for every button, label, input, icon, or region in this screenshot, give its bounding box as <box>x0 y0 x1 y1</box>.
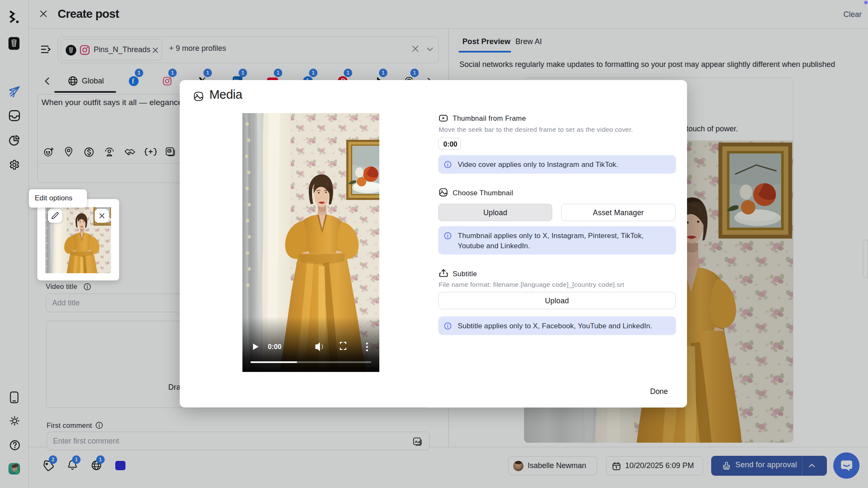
svg-text:0:00: 0:00 <box>268 343 281 350</box>
